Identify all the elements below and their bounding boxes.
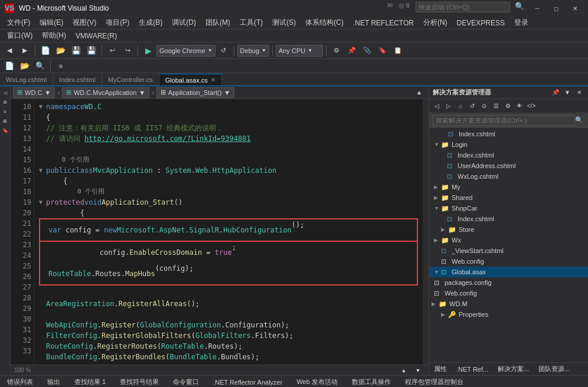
panel-tb-filter[interactable]: ☰ [491, 101, 501, 111]
platform-dropdown[interactable]: Any CPU ▼ [276, 45, 323, 57]
tab-findsymbol[interactable]: 查找符号结果 [113, 376, 166, 387]
panel-tab-reflector[interactable]: .NET Ref... [452, 365, 493, 374]
tb2-4[interactable]: ≡ [54, 60, 68, 73]
panel-tab-properties[interactable]: 属性 [429, 363, 452, 375]
menu-analyze[interactable]: 分析(N) [419, 17, 452, 29]
sidebar-btn-5[interactable]: 🔖 [1, 126, 10, 135]
menu-login[interactable]: 登录 [509, 17, 533, 29]
menu-file[interactable]: 文件(F) [2, 17, 35, 29]
tb11[interactable]: 📋 [391, 44, 405, 57]
forward-btn[interactable]: ▶ [18, 44, 32, 57]
tab-global-asax[interactable]: Global.asax.cs ✕ [159, 74, 222, 86]
tree-item-shared[interactable]: ▶ 📁 Shared [429, 192, 588, 203]
quick-launch-input[interactable] [416, 2, 510, 12]
tree-item-useraddress[interactable]: ⊡ UserAddress.cshtml [429, 160, 588, 171]
save-btn[interactable]: 💾 [69, 44, 83, 57]
redo-btn[interactable]: ↪ [120, 44, 135, 57]
tree-item-packages[interactable]: ⊡ packages.config [429, 277, 588, 288]
tb2-3[interactable]: 🔍 [33, 60, 47, 73]
sidebar-btn-1[interactable]: ◁ [1, 88, 10, 97]
tree-item-shopcar-index[interactable]: ⊡ Index.cshtml [429, 214, 588, 224]
tree-item-login[interactable]: ▼ 📁 Login [429, 139, 588, 150]
browser-dropdown[interactable]: Google Chrome ▼ [156, 45, 215, 57]
tb2-1[interactable]: 📄 [2, 60, 17, 73]
panel-options-icon[interactable]: ▼ [562, 87, 573, 98]
tree-item-webconfig1[interactable]: ⊡ Web.config [429, 256, 588, 267]
tree-item-global-asax[interactable]: ▼ ⊡ Global.asax [429, 267, 588, 277]
tab-command[interactable]: 命令窗口 [166, 376, 206, 387]
panel-tb-preview[interactable]: 👁 [514, 101, 525, 111]
breadcrumb-up-icon[interactable]: ▲ [412, 86, 426, 99]
panel-tb-back[interactable]: ◁ [432, 101, 442, 111]
tb2-2[interactable]: 📂 [18, 60, 32, 73]
tree-item-wdm[interactable]: ▶ 📁 WD.M [429, 299, 588, 309]
tab-nuget[interactable]: 程序包管理器控制台 [398, 376, 471, 387]
menu-test[interactable]: 测试(S) [267, 17, 300, 29]
panel-tb-forward[interactable]: ▷ [443, 101, 454, 111]
tree-item-store[interactable]: ▶ 📁 Store [429, 224, 588, 235]
panel-tab-solution[interactable]: 解决方案... [493, 363, 534, 375]
config-dropdown[interactable]: Debug ▼ [237, 45, 269, 57]
refresh-btn[interactable]: ↺ [217, 44, 231, 57]
code-editor[interactable]: ▼namespace WD.C { // 注意：有关启用 IIS6 或 IIS7… [34, 99, 423, 365]
tab-output[interactable]: 输出 [40, 376, 67, 387]
menu-project[interactable]: 项目(P) [101, 17, 134, 29]
menu-view[interactable]: 视图(V) [68, 17, 101, 29]
new-btn[interactable]: 📄 [38, 44, 53, 57]
scroll-down-icon[interactable]: ▼ [411, 364, 425, 376]
tab-wxlog[interactable]: WxLog.cshtml [0, 74, 53, 86]
tree-item-webconfig2[interactable]: ⊡ Web.config [429, 288, 588, 299]
close-button[interactable]: ✕ [567, 2, 583, 15]
method-dropdown[interactable]: ⊞ Application_Start() ▼ [156, 87, 234, 98]
panel-tb-settings[interactable]: ⚙ [502, 101, 513, 111]
menu-arch[interactable]: 体系结构(C) [300, 17, 348, 29]
tree-item-viewstart[interactable]: ⊡ _ViewStart.cshtml [429, 245, 588, 256]
panel-tb-refresh[interactable]: ↺ [467, 101, 478, 111]
tb7[interactable]: ⚙ [329, 44, 344, 57]
tb9[interactable]: 📎 [360, 44, 374, 57]
menu-devexpress[interactable]: DEVEXPRESS [452, 17, 509, 29]
menu-help[interactable]: 帮助(H) [37, 29, 71, 42]
sidebar-btn-2[interactable]: ⚙ [1, 98, 10, 106]
sidebar-btn-4[interactable]: ⊞ [1, 117, 10, 125]
panel-tb-code[interactable]: </> [526, 101, 537, 111]
tab-webpublish[interactable]: Web 发布活动 [289, 376, 344, 387]
zoom-level[interactable]: 100 % [14, 367, 31, 373]
panel-tb-stop[interactable]: ⊙ [479, 101, 489, 111]
class-dropdown[interactable]: ⊞ WD.C.MvcApplication ▼ [62, 87, 149, 98]
panel-close-icon[interactable]: ✕ [574, 87, 584, 98]
tree-item-login-index[interactable]: ⊡ Index.cshtml [429, 150, 588, 160]
tab-reflector-analyzer[interactable]: .NET Reflector Analyzer [206, 376, 289, 387]
menu-debug[interactable]: 调试(D) [167, 17, 201, 29]
solution-search-input[interactable] [433, 115, 575, 126]
tree-item-my[interactable]: ▶ 📁 My [429, 182, 588, 192]
tree-item-wx[interactable]: ▶ 📁 Wx [429, 235, 588, 245]
menu-edit[interactable]: 编辑(E) [35, 17, 68, 29]
play-btn[interactable]: ▶ [141, 44, 155, 57]
editor-scrollbar[interactable] [423, 99, 429, 365]
panel-tb-home[interactable]: ⌂ [455, 101, 466, 111]
sidebar-btn-3[interactable]: ≡ [1, 107, 10, 116]
tab-errors[interactable]: 错误列表 [0, 376, 40, 387]
tab-global-close-icon[interactable]: ✕ [211, 77, 215, 83]
menu-reflector[interactable]: .NET REFLECTOR [348, 17, 419, 29]
menu-team[interactable]: 团队(M) [201, 17, 235, 29]
tab-datatools[interactable]: 数据工具操作 [345, 376, 398, 387]
tab-index[interactable]: Index.cshtml [53, 74, 102, 86]
namespace-dropdown[interactable]: ⊞ WD.C ▼ [13, 87, 55, 98]
tab-findresults1[interactable]: 查找结果 1 [67, 376, 113, 387]
pin-icon[interactable]: 📌 [550, 87, 561, 98]
undo-btn[interactable]: ↩ [105, 44, 119, 57]
minimize-button[interactable]: ─ [529, 2, 545, 15]
tb10[interactable]: 🔖 [375, 44, 390, 57]
restore-button[interactable]: ◻ [548, 2, 564, 15]
tree-item-index1[interactable]: ⊡ Index.cshtml [429, 129, 588, 139]
tab-mycontroller[interactable]: MyController.cs [102, 74, 159, 86]
tb8[interactable]: 📌 [345, 44, 359, 57]
menu-window[interactable]: 窗口(W) [2, 29, 37, 42]
tree-item-wxlog[interactable]: ⊡ WxLog.cshtml [429, 171, 588, 182]
scroll-up-icon[interactable]: ▲ [397, 364, 411, 376]
back-btn[interactable]: ◀ [2, 44, 17, 57]
save-all-btn[interactable]: 💾 [84, 44, 99, 57]
menu-tools[interactable]: 工具(T) [235, 17, 267, 29]
